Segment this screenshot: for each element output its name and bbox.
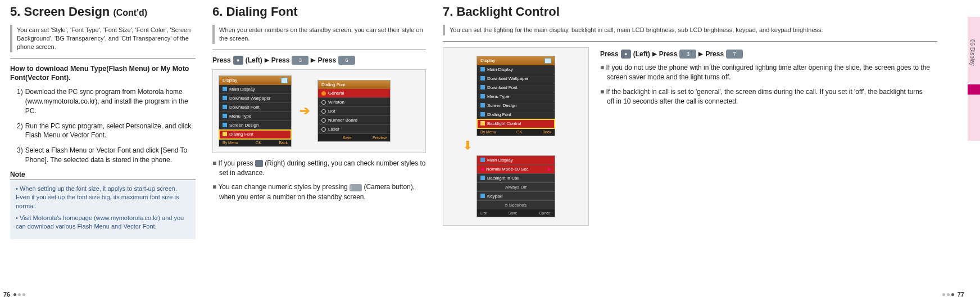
note-heading: Note xyxy=(10,171,196,180)
menu-item: Main Display xyxy=(219,85,291,94)
menu-item: Download Wallpaper xyxy=(219,94,291,103)
section-6-notes: ■ If you press ● (Right) during setting,… xyxy=(212,159,426,203)
bullet-2: ■ If the backlight in call is set to 'ge… xyxy=(600,87,932,107)
key-3-icon: 3 xyxy=(679,50,696,59)
backlight-control-submenu: Main Display ◀Normal Mode-10 Sec.▶ Backl… xyxy=(477,155,555,217)
option-item: Dot xyxy=(318,107,390,116)
page-number-right: 77 xyxy=(942,291,964,298)
option-item: Number Board xyxy=(318,116,390,125)
option-selected: General xyxy=(318,89,390,98)
divider xyxy=(10,58,196,59)
key-7-icon: 7 xyxy=(726,50,743,59)
menu-item-selected: Backlight Control xyxy=(477,119,555,128)
section-7-intro: You can set the lighting for the main di… xyxy=(443,25,937,35)
manual-spread: 5. Screen Design (Cont'd) You can set 'S… xyxy=(0,0,980,239)
navkey-icon: ● xyxy=(255,160,263,167)
page-dots-icon xyxy=(942,293,954,296)
arrow-right-icon: ➔ xyxy=(300,104,310,118)
arrow-right-icon: ▶ xyxy=(265,57,269,63)
step-3: 3)Select a Flash Menu or Vector Font and… xyxy=(17,146,196,165)
section-7-screenshots: Display Main Display Download Wallpaper … xyxy=(443,47,589,226)
monitor-icon xyxy=(281,78,288,83)
chapter-tab: 06 Display xyxy=(968,17,980,141)
bullet-2: ■ You can change numeric styles by press… xyxy=(212,182,426,202)
submenu-row: Keypad xyxy=(477,191,555,200)
note-1: When setting up the font size, it applys… xyxy=(16,185,190,211)
section-7-press-sequence: Press ● (Left) ▶ Press 3 ▶ Press 7 xyxy=(600,50,954,59)
bullet-1: ■ If you press ● (Right) during setting,… xyxy=(212,159,426,178)
bullet-1: ■ If you do not use the phone with in th… xyxy=(600,63,932,83)
section-5-steps: 1)Download the PC sync program from Moto… xyxy=(10,87,196,165)
phone-dialing-font-menu: Dialing Font General Winston Dot Number … xyxy=(317,80,391,142)
section-5-title: 5. Screen Design (Cont'd) xyxy=(10,5,196,19)
divider xyxy=(212,50,426,50)
section-5-intro: You can set 'Style', 'Font Type', 'Font … xyxy=(10,25,196,52)
key-6-icon: 6 xyxy=(338,56,355,65)
phone-display-menu: Display Main Display Download Wallpaper … xyxy=(219,75,292,147)
section-6-title: 6. Dialing Font xyxy=(212,5,426,19)
navkey-icon: ● xyxy=(621,50,631,59)
key-3-icon: 3 xyxy=(292,56,308,65)
section-7-title: 7. Backlight Control xyxy=(443,5,954,19)
arrow-right-icon: ▶ xyxy=(652,51,657,57)
section-7-text: Press ● (Left) ▶ Press 3 ▶ Press 7 ■ If … xyxy=(600,47,954,111)
arrow-down-icon: ⬇ xyxy=(462,138,577,153)
arrow-right-icon: ▶ xyxy=(311,57,315,63)
section-5-subhead: How to download Menu Type(Flash Menu) or… xyxy=(10,64,196,83)
navkey-icon: ● xyxy=(233,56,243,65)
menu-item-selected: Dialing Font xyxy=(219,130,291,139)
monitor-icon xyxy=(545,58,551,64)
step-1: 1)Download the PC sync program from Moto… xyxy=(17,87,196,115)
section-6: 6. Dialing Font When you enter numbers o… xyxy=(212,5,426,239)
submenu-row: Backlight in Call xyxy=(477,173,555,182)
arrow-right-icon: ▶ xyxy=(698,51,703,57)
submenu-header: Main Display xyxy=(477,156,555,164)
chapter-tab-marker xyxy=(968,84,980,95)
page-number-left: 76 xyxy=(3,291,25,298)
submenu-value: Always Off xyxy=(477,182,555,191)
page-dots-icon xyxy=(13,293,25,296)
menu-item: Main Display xyxy=(477,65,555,74)
submenu-row-selected: ◀Normal Mode-10 Sec.▶ xyxy=(477,164,555,173)
chapter-tab-label: 06 Display xyxy=(969,39,976,66)
phone-display-menu: Display Main Display Download Wallpaper … xyxy=(477,56,555,136)
divider xyxy=(443,41,937,42)
section-6-screenshots: Display Main Display Download Wallpaper … xyxy=(212,69,426,153)
menu-item: Download Font xyxy=(219,103,291,112)
menu-item: Download Wallpaper xyxy=(477,74,555,83)
menu-item: Dialing Font xyxy=(477,110,555,119)
section-7: 7. Backlight Control You can set the lig… xyxy=(443,5,954,239)
camera-key-icon: ⌷ xyxy=(350,184,362,191)
step-2: 2)Run the PC sync program, select Person… xyxy=(17,122,196,141)
menu-item: Menu Type xyxy=(219,112,291,121)
menu-item: Menu Type xyxy=(477,92,555,101)
submenu-value: 5 Seconds xyxy=(477,200,555,209)
menu-item: Download Font xyxy=(477,83,555,92)
section-6-intro: When you enter numbers on the standby sc… xyxy=(212,25,426,44)
section-5: 5. Screen Design (Cont'd) You can set 'S… xyxy=(10,5,196,239)
option-item: Winston xyxy=(318,98,390,107)
option-item: Laser xyxy=(318,125,390,134)
note-2: Visit Motorola's homepage (www.mymotorol… xyxy=(16,214,190,231)
menu-item: Screen Design xyxy=(477,101,555,110)
section-6-press-sequence: Press ● (Left) ▶ Press 3 ▶ Press 6 xyxy=(212,56,426,65)
menu-item: Screen Design xyxy=(219,121,291,130)
note-box: When setting up the font size, it applys… xyxy=(10,180,196,239)
